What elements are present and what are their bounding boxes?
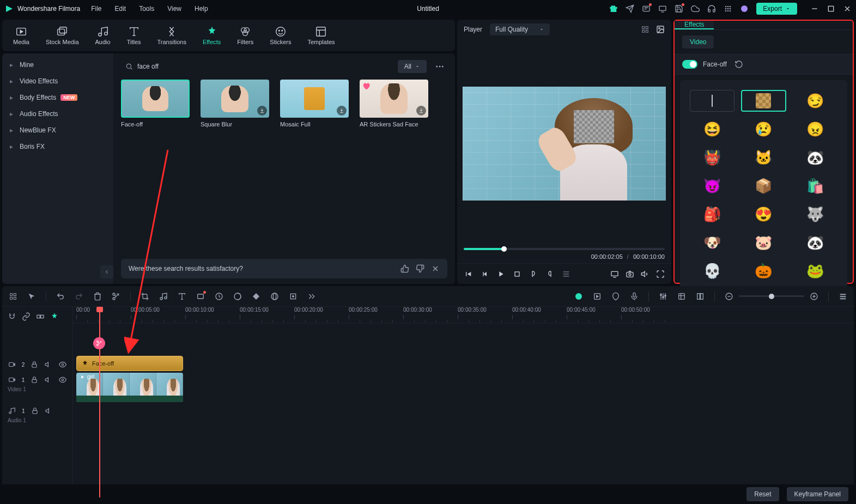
face-sticker-2[interactable]: 😏: [793, 90, 837, 112]
track-options-icon[interactable]: [839, 292, 847, 301]
filter-dropdown[interactable]: All: [398, 60, 427, 73]
magnet-icon[interactable]: [8, 312, 16, 321]
cloud-icon[interactable]: [691, 4, 700, 13]
effect-thumb-1[interactable]: Square Blur: [201, 80, 269, 127]
sidebar-item-body-effects[interactable]: ▸Body EffectsNEW: [2, 89, 113, 106]
text-icon[interactable]: [178, 292, 186, 301]
screen-icon[interactable]: [658, 4, 667, 13]
account-icon[interactable]: [740, 4, 749, 13]
crop-icon[interactable]: [141, 292, 149, 301]
select-tool-icon[interactable]: [9, 292, 17, 301]
tab-effects[interactable]: Effects: [203, 26, 221, 45]
volume-icon[interactable]: [641, 270, 649, 278]
minimize-icon[interactable]: [810, 4, 819, 13]
ripple-icon[interactable]: [36, 312, 45, 321]
sidebar-collapse-button[interactable]: [100, 265, 113, 278]
thumbs-up-icon[interactable]: [400, 264, 409, 273]
face-sticker-1[interactable]: [741, 90, 786, 112]
tab-transitions[interactable]: Transitions: [157, 26, 186, 45]
tab-audio[interactable]: Audio: [95, 26, 111, 45]
face-sticker-7[interactable]: 🐱: [741, 147, 786, 168]
timeline-ruler[interactable]: 00:0000:00:05:0000:00:10:0000:00:15:0000…: [73, 307, 854, 323]
face-sticker-9[interactable]: 😈: [690, 175, 734, 197]
music-icon[interactable]: [159, 292, 168, 301]
tab-templates[interactable]: Templates: [307, 26, 335, 45]
cursor-tool-icon[interactable]: [27, 292, 36, 301]
tracking-icon[interactable]: [289, 292, 298, 301]
preview-video[interactable]: [463, 87, 666, 201]
progress-bar[interactable]: [464, 248, 665, 250]
step-back-icon[interactable]: [480, 270, 489, 278]
face-sticker-19[interactable]: 🎃: [741, 260, 786, 282]
reset-button[interactable]: Reset: [746, 487, 779, 501]
mute-track-icon[interactable]: [45, 406, 53, 415]
tab-stickers[interactable]: Stickers: [270, 26, 291, 45]
sidebar-item-newblue-fx[interactable]: ▸NewBlue FX: [2, 122, 113, 138]
keyframe-icon[interactable]: [252, 292, 260, 301]
face-sticker-20[interactable]: 🐸: [793, 260, 837, 282]
apps-icon[interactable]: [724, 4, 732, 13]
adjust-icon[interactable]: [677, 292, 686, 301]
mute-track-icon[interactable]: [44, 375, 53, 384]
color-icon[interactable]: [233, 292, 242, 301]
preview-quality-dropdown[interactable]: Full Quality: [490, 23, 550, 35]
face-sticker-17[interactable]: 🐼: [793, 232, 837, 253]
marker-icon[interactable]: [611, 292, 620, 301]
maximize-icon[interactable]: [827, 4, 835, 13]
face-sticker-18[interactable]: 💀: [690, 260, 734, 282]
mute-track-icon[interactable]: [44, 360, 53, 369]
more-tools-icon[interactable]: [307, 292, 316, 301]
face-sticker-6[interactable]: 👹: [690, 147, 734, 168]
stop-icon[interactable]: [513, 270, 521, 278]
image-icon[interactable]: [656, 25, 665, 34]
redo-icon[interactable]: [75, 292, 83, 301]
cut-marker[interactable]: [93, 337, 105, 349]
fullscreen-icon[interactable]: [656, 270, 665, 278]
face-off-clip[interactable]: Face-off: [76, 356, 183, 371]
tab-media[interactable]: Media: [13, 26, 29, 45]
zoom-in-icon[interactable]: [810, 292, 818, 301]
prev-frame-icon[interactable]: [464, 270, 472, 278]
face-sticker-11[interactable]: 🛍️: [793, 175, 837, 197]
face-sticker-12[interactable]: 🎒: [690, 203, 734, 225]
face-sticker-5[interactable]: 😠: [793, 118, 837, 140]
face-sticker-4[interactable]: 😢: [741, 118, 786, 140]
undo-icon[interactable]: [56, 292, 65, 301]
menu-file[interactable]: File: [91, 5, 101, 13]
play-icon[interactable]: [496, 270, 505, 278]
lock-track-icon[interactable]: [31, 406, 39, 415]
gift-icon[interactable]: [609, 4, 618, 13]
menu-tools[interactable]: Tools: [139, 5, 154, 13]
mask-icon[interactable]: [270, 292, 279, 301]
ai-icon[interactable]: [574, 292, 583, 301]
mixer-icon[interactable]: [659, 292, 667, 301]
tab-titles[interactable]: Titles: [127, 26, 141, 45]
aspect-icon[interactable]: [196, 292, 205, 301]
lock-track-icon[interactable]: [30, 360, 39, 369]
video-effects-pill[interactable]: Video: [682, 35, 714, 48]
more-options-button[interactable]: [432, 59, 447, 74]
delete-icon[interactable]: [93, 292, 102, 301]
mark-in-icon[interactable]: [529, 270, 538, 278]
menu-view[interactable]: View: [167, 5, 181, 13]
face-sticker-15[interactable]: 🐶: [690, 232, 734, 253]
sidebar-item-audio-effects[interactable]: ▸Audio Effects: [2, 106, 113, 122]
menu-edit[interactable]: Edit: [115, 5, 126, 13]
keyframe-panel-button[interactable]: Keyframe Panel: [787, 487, 848, 501]
playhead[interactable]: [99, 307, 100, 497]
zoom-out-icon[interactable]: [725, 292, 733, 301]
face-sticker-10[interactable]: 📦: [741, 175, 786, 197]
search-input[interactable]: [137, 63, 388, 70]
auto-ripple-icon[interactable]: [50, 312, 59, 321]
message-icon[interactable]: [642, 4, 651, 13]
face-off-toggle[interactable]: [682, 60, 697, 69]
sidebar-item-boris-fx[interactable]: ▸Boris FX: [2, 138, 113, 155]
visible-track-icon[interactable]: [58, 375, 67, 384]
face-sticker-14[interactable]: 🐺: [793, 203, 837, 225]
send-icon[interactable]: [626, 4, 634, 13]
link-icon[interactable]: [22, 312, 31, 321]
visible-track-icon[interactable]: [58, 360, 67, 369]
lock-track-icon[interactable]: [30, 375, 39, 384]
save-icon[interactable]: [675, 4, 683, 13]
face-sticker-13[interactable]: 😍: [741, 203, 786, 225]
